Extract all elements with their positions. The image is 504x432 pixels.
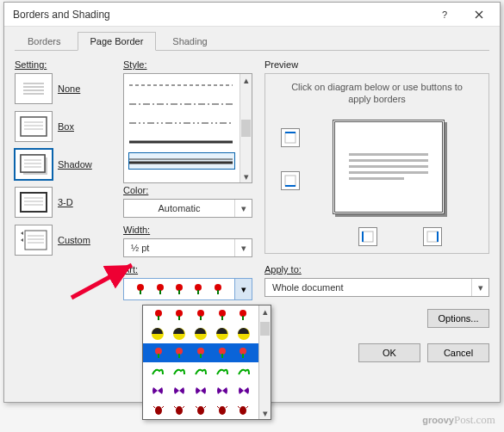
setting-custom-label: Custom	[58, 235, 90, 245]
svg-point-74	[176, 406, 183, 415]
scroll-up-icon[interactable]: ▴	[259, 305, 271, 318]
setting-shadow-label: Shadow	[58, 159, 92, 170]
art-option-bugs[interactable]	[143, 400, 258, 419]
apply-to-label: Apply to:	[264, 264, 489, 275]
svg-rect-40	[285, 176, 296, 186]
preview-diagram[interactable]	[272, 111, 482, 248]
titlebar: Borders and Shading ?	[4, 3, 500, 27]
svg-point-52	[219, 310, 226, 317]
svg-line-73	[162, 406, 164, 408]
help-button[interactable]: ?	[427, 3, 462, 27]
svg-rect-37	[217, 290, 219, 294]
svg-rect-62	[158, 354, 159, 358]
svg-line-75	[174, 406, 176, 408]
setting-label: Setting:	[15, 59, 111, 70]
color-value: Automatic	[124, 203, 234, 213]
border-right-button[interactable]	[423, 227, 442, 246]
scroll-down-icon[interactable]: ▾	[259, 407, 271, 419]
scroll-down-icon[interactable]: ▾	[240, 170, 252, 182]
svg-line-76	[183, 406, 184, 408]
art-label: Art:	[123, 264, 252, 275]
cancel-button[interactable]: Cancel	[427, 343, 489, 362]
svg-point-54	[240, 310, 246, 317]
art-option-leaves[interactable]	[143, 362, 258, 381]
style-option-selected[interactable]	[129, 153, 234, 169]
close-button[interactable]	[462, 3, 496, 27]
art-scrollbar[interactable]: ▴ ▾	[258, 305, 271, 419]
svg-line-78	[196, 406, 197, 408]
ok-button[interactable]: OK	[358, 343, 420, 362]
svg-point-34	[195, 284, 202, 291]
chevron-down-icon: ▾	[234, 239, 252, 256]
svg-line-82	[226, 406, 227, 408]
svg-rect-4	[21, 117, 47, 136]
svg-line-79	[204, 406, 206, 408]
svg-point-71	[155, 406, 162, 415]
svg-line-85	[246, 406, 248, 408]
dialog-title: Borders and Shading	[13, 9, 427, 21]
svg-rect-42	[363, 231, 373, 242]
setting-box[interactable]: Box	[15, 111, 111, 142]
tabs: Borders Page Border Shading	[4, 27, 500, 51]
svg-rect-44	[427, 231, 438, 242]
tab-borders[interactable]: Borders	[15, 32, 74, 51]
svg-rect-49	[178, 316, 180, 320]
border-top-button[interactable]	[281, 128, 300, 147]
watermark: groovygroovyPost.comPost.com	[422, 413, 495, 427]
preview-hint: Click on diagram below or use buttons to…	[281, 81, 473, 106]
style-scrollbar[interactable]: ▴ ▾	[240, 74, 252, 182]
art-dropdown[interactable]: ▴ ▾	[142, 305, 271, 420]
border-left-button[interactable]	[358, 227, 377, 246]
width-value: ½ pt	[124, 243, 234, 253]
style-listbox[interactable]: ▴ ▾	[123, 73, 252, 183]
setting-box-label: Box	[58, 121, 74, 132]
chevron-down-icon: ▾	[234, 279, 252, 299]
svg-point-67	[219, 348, 226, 355]
svg-rect-70	[242, 354, 244, 358]
svg-point-48	[176, 310, 183, 317]
svg-line-84	[238, 406, 240, 408]
svg-point-46	[155, 310, 162, 317]
svg-point-36	[215, 284, 221, 291]
svg-rect-64	[178, 354, 180, 358]
art-option-fans[interactable]	[143, 324, 258, 343]
setting-none-label: None	[58, 83, 80, 94]
svg-point-30	[157, 284, 164, 291]
apply-to-combo[interactable]: Whole document ▾	[264, 278, 489, 297]
style-option[interactable]	[129, 134, 234, 150]
svg-line-81	[217, 406, 219, 408]
svg-rect-31	[159, 290, 161, 294]
svg-point-32	[176, 284, 183, 291]
svg-point-61	[155, 348, 162, 355]
tab-shading[interactable]: Shading	[159, 32, 220, 51]
preview-page[interactable]	[333, 120, 445, 214]
art-option-flowers-blue[interactable]	[143, 343, 258, 362]
art-option-butterflies[interactable]	[143, 381, 258, 400]
art-combo[interactable]: ▾	[123, 278, 252, 300]
tab-page-border[interactable]: Page Border	[78, 32, 157, 51]
svg-point-80	[219, 406, 226, 415]
options-button[interactable]: Options...	[427, 309, 489, 328]
art-preview	[124, 279, 234, 299]
svg-rect-35	[197, 290, 199, 294]
svg-point-77	[197, 406, 204, 415]
apply-to-value: Whole document	[265, 282, 471, 293]
svg-rect-51	[200, 316, 202, 320]
svg-point-69	[240, 348, 246, 355]
svg-point-83	[240, 406, 246, 415]
setting-3d[interactable]: 3-D	[15, 187, 111, 218]
svg-point-63	[176, 348, 183, 355]
art-option-flowers-red[interactable]	[143, 305, 258, 324]
svg-rect-47	[158, 316, 159, 320]
preview-box: Click on diagram below or use buttons to…	[264, 73, 489, 254]
width-combo[interactable]: ½ pt ▾	[123, 238, 252, 257]
setting-none[interactable]: None	[15, 73, 111, 104]
style-option[interactable]	[129, 77, 234, 93]
color-combo[interactable]: Automatic ▾	[123, 199, 252, 218]
setting-shadow[interactable]: Shadow	[15, 149, 111, 180]
style-option[interactable]	[129, 96, 234, 112]
border-bottom-button[interactable]	[281, 171, 300, 190]
scroll-up-icon[interactable]: ▴	[240, 74, 252, 86]
style-option[interactable]	[129, 115, 234, 131]
setting-custom[interactable]: Custom	[15, 225, 111, 256]
